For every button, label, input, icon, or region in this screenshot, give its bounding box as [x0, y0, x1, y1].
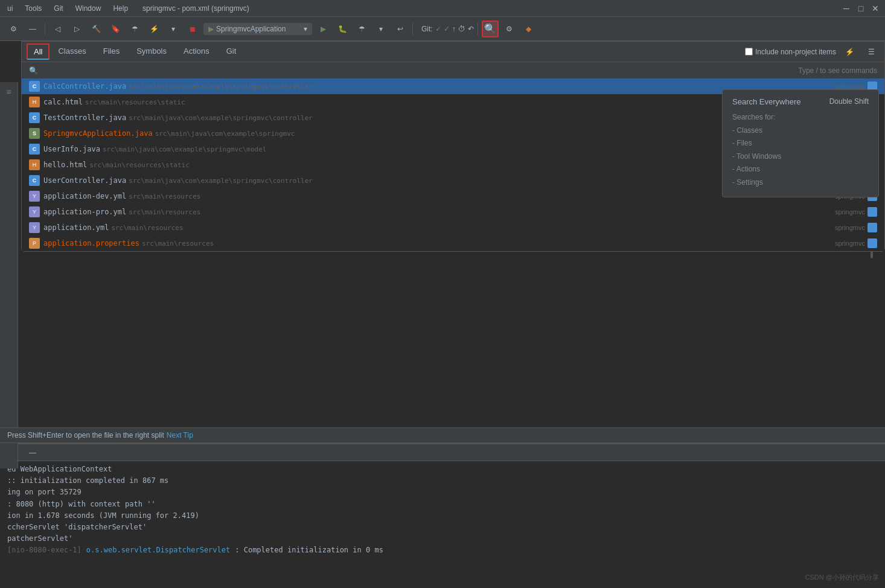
menu-bar: ui Tools Git Window Help springmvc - pom… [0, 0, 885, 17]
forward-icon[interactable]: ▷ [68, 21, 85, 37]
console-text: ccherServlet 'dispatcherServlet' [7, 522, 147, 533]
java-icon: C [29, 175, 40, 186]
result-path: src\main\resources [142, 240, 214, 248]
menu-git[interactable]: Git [51, 3, 65, 14]
result-path: src\main\java\com\example\springmvc [155, 130, 295, 138]
result-name: hello.html [43, 161, 87, 169]
maximize-button[interactable]: □ [856, 4, 866, 13]
close-button[interactable]: ✕ [871, 4, 880, 13]
git-pull[interactable]: ⏱ [458, 25, 465, 33]
stop-icon[interactable]: ◼ [184, 21, 201, 37]
coverage-icon[interactable]: ☂ [126, 21, 143, 37]
tab-files[interactable]: Files [95, 42, 128, 62]
tooltip-title-row: Search Everywhere Double Shift [732, 97, 869, 106]
undo-button[interactable]: ↩ [392, 21, 409, 37]
settings-icon[interactable]: ⚙ [5, 21, 22, 37]
result-item[interactable]: Y application.yml src\main\resources spr… [22, 220, 884, 235]
tooltip-name: Search Everywhere [732, 97, 800, 106]
menu-tools[interactable]: Tools [22, 3, 44, 14]
search-tabs: All Classes Files Symbols Actions Git In… [22, 42, 884, 62]
watermark: CSDN @小孙的代码分享 [805, 573, 879, 582]
tab-git[interactable]: Git [218, 42, 245, 62]
module-icon [867, 207, 877, 217]
sidebar-icon-1[interactable]: ≡ [2, 85, 16, 99]
console-text: : Completed initialization in 0 ms [235, 545, 383, 556]
result-item[interactable]: Y application-pro.yml src\main\resources… [22, 204, 884, 220]
console-text: ed WebApplicationContext [7, 464, 112, 475]
build-icon[interactable]: 🔨 [88, 21, 104, 37]
console-collapse-icon[interactable]: — [24, 444, 41, 461]
result-path: src\main\java\com\example\springmvc\cont… [129, 177, 313, 185]
module-icon [867, 238, 877, 248]
more-run-icon[interactable]: ▾ [165, 21, 182, 37]
bottom-panel: ⚙ — ed WebApplicationContext :: initiali… [0, 443, 885, 588]
search-input-row: 🔍 Type / to see commands [22, 62, 884, 78]
console-link[interactable]: o.s.web.servlet.DispatcherServlet [86, 545, 230, 556]
search-input[interactable] [43, 66, 793, 75]
result-item[interactable]: P application.properties src\main\resour… [22, 235, 884, 251]
console-line: ccherServlet 'dispatcherServlet' [7, 522, 878, 533]
git-label: Git: [421, 25, 433, 33]
type-hint: Type / to see commands [798, 66, 877, 75]
result-module: springmvc [835, 240, 865, 247]
run-coverage-btn[interactable]: ☂ [353, 21, 370, 37]
result-path: src\main\java\com\example\springmvc\mode… [103, 145, 267, 153]
run-button[interactable]: ▶ [315, 21, 331, 37]
back-icon[interactable]: ◁ [49, 21, 66, 37]
debug-button[interactable]: 🐛 [334, 21, 351, 37]
result-path: src\main\java\com\example\springmvc\cont… [129, 114, 313, 122]
tab-all[interactable]: All [27, 43, 50, 60]
search-everywhere-tooltip: Search Everywhere Double Shift Searches … [722, 89, 879, 197]
bookmark-icon[interactable]: 🔖 [107, 21, 124, 37]
tooltip-shortcut: Double Shift [829, 97, 869, 106]
tooltip-item-classes: - Classes [732, 124, 869, 138]
git-check1[interactable]: ✓ [435, 25, 441, 33]
collapse-icon[interactable]: — [24, 21, 41, 37]
console-line: ing on port 35729 [7, 487, 878, 498]
props-icon: P [29, 238, 40, 249]
result-name: calc.html [43, 98, 83, 106]
layout-icon[interactable]: ☰ [863, 43, 880, 60]
git-revert[interactable]: ↶ [468, 25, 474, 33]
profile-icon[interactable]: ⚡ [145, 21, 162, 37]
result-name: application-pro.yml [43, 208, 126, 216]
window-title: springmvc - pom.xml (springmvc) [142, 4, 249, 13]
settings-gear-btn[interactable]: ⚙ [501, 21, 518, 37]
result-name: application.yml [43, 223, 109, 232]
menu-window[interactable]: Window [73, 3, 104, 14]
git-check2[interactable]: ✓ [444, 25, 450, 33]
include-non-project-label[interactable]: Include non-project items [745, 48, 836, 56]
run-config-selector[interactable]: ▶ SpringmvcApplication ▾ [203, 23, 312, 35]
tab-symbols[interactable]: Symbols [128, 42, 175, 62]
filter-icon[interactable]: ⚡ [841, 43, 858, 60]
plugin-icon[interactable]: ◆ [520, 21, 537, 37]
tab-actions[interactable]: Actions [175, 42, 218, 62]
console-text: :: initialization completed in 867 ms [7, 475, 168, 487]
more-actions-btn[interactable]: ▾ [372, 21, 389, 37]
tooltip-item-toolwindows: - Tool Windows [732, 150, 869, 164]
menu-help[interactable]: Help [110, 3, 130, 14]
console-line: ed WebApplicationContext [7, 464, 878, 475]
result-path: src\main\resources [129, 208, 200, 216]
tooltip-body: Searches for: - Classes - Files - Tool W… [732, 111, 869, 190]
minimize-button[interactable]: ─ [842, 4, 851, 13]
left-sidebar: ≡ [0, 82, 18, 468]
git-push[interactable]: ↑ [452, 25, 456, 33]
result-name: application.properties [43, 239, 139, 248]
result-name: UserController.java [43, 176, 126, 185]
next-tip-link[interactable]: Next Tip [167, 431, 193, 439]
search-everywhere-button[interactable]: 🔍 [482, 21, 499, 37]
tab-classes[interactable]: Classes [50, 42, 94, 62]
console-line: :: initialization completed in 867 ms [7, 475, 878, 487]
console-text: ing on port 35729 [7, 487, 81, 498]
yaml-icon: Y [29, 222, 40, 233]
git-bar: Git: ✓ ✓ ↑ ⏱ ↶ [421, 25, 474, 33]
java-icon: C [29, 144, 40, 155]
module-icon [867, 223, 877, 232]
result-path: src\main\resources [111, 224, 183, 232]
include-non-project-checkbox[interactable] [745, 48, 753, 56]
search-icon: 🔍 [29, 66, 38, 75]
menu-ui[interactable]: ui [5, 3, 15, 14]
result-name: CalcController.java [43, 82, 126, 91]
search-options: Include non-project items ⚡ ☰ [745, 43, 880, 60]
